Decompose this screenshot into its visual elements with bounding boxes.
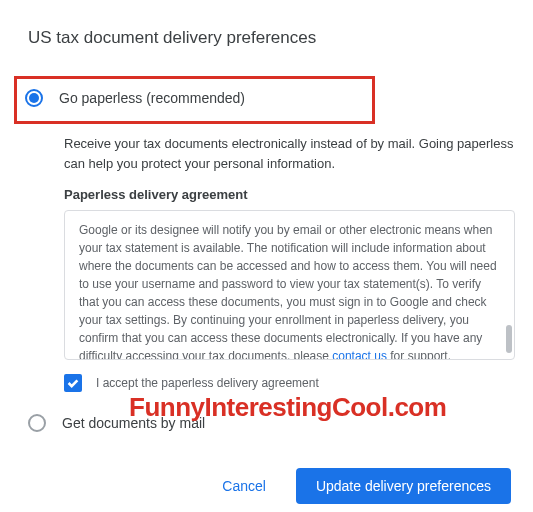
option-mail-label[interactable]: Get documents by mail (62, 415, 205, 431)
contact-us-link[interactable]: contact us (332, 349, 387, 360)
agreement-text: Google or its designee will notify you b… (79, 223, 497, 360)
cancel-button[interactable]: Cancel (204, 468, 284, 504)
page-title: US tax document delivery preferences (28, 28, 515, 48)
paperless-description: Receive your tax documents electronicall… (64, 134, 515, 173)
option-mail[interactable]: Get documents by mail (28, 414, 515, 432)
accept-row[interactable]: I accept the paperless delivery agreemen… (64, 374, 515, 392)
option-paperless-label[interactable]: Go paperless (recommended) (59, 90, 245, 106)
highlight-box: Go paperless (recommended) (14, 76, 375, 124)
radio-selected-icon[interactable] (25, 89, 43, 107)
option-paperless[interactable]: Go paperless (recommended) (17, 89, 372, 107)
agreement-box[interactable]: Google or its designee will notify you b… (64, 210, 515, 360)
update-button[interactable]: Update delivery preferences (296, 468, 511, 504)
action-bar: Cancel Update delivery preferences (28, 468, 515, 504)
radio-unselected-icon[interactable] (28, 414, 46, 432)
agreement-heading: Paperless delivery agreement (64, 187, 515, 202)
agreement-suffix: for support. (387, 349, 451, 360)
accept-label: I accept the paperless delivery agreemen… (96, 376, 319, 390)
scrollbar-thumb[interactable] (506, 325, 512, 353)
checkbox-checked-icon[interactable] (64, 374, 82, 392)
